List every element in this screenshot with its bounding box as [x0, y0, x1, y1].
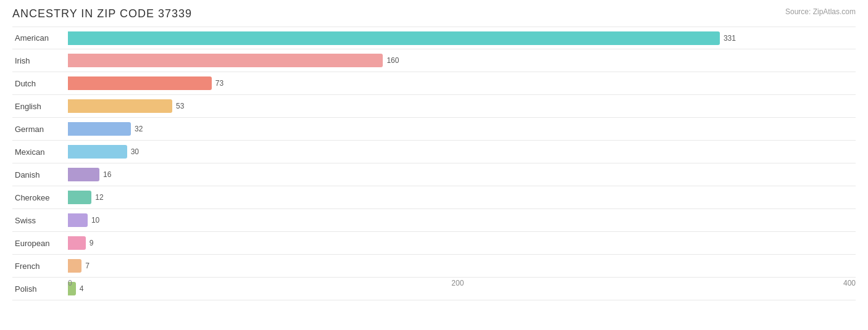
bar-fill	[68, 259, 81, 273]
bar-wrapper: 7	[68, 259, 856, 273]
bar-value-label: 160	[386, 56, 399, 65]
bar-wrapper: 53	[68, 99, 856, 113]
bar-label: Polish	[12, 284, 68, 294]
bar-row: Danish16	[12, 163, 856, 186]
bar-wrapper: 73	[68, 76, 856, 90]
bar-wrapper: 16	[68, 168, 856, 181]
bar-row: Dutch73	[12, 72, 856, 95]
bar-fill	[68, 145, 127, 159]
bar-wrapper: 32	[68, 122, 856, 136]
bar-label: European	[12, 239, 68, 248]
bar-row: Irish160	[12, 49, 856, 72]
bar-fill	[68, 236, 86, 250]
bar-fill	[68, 168, 99, 181]
bar-row: French7	[12, 255, 856, 278]
bar-label: Cherokee	[12, 193, 68, 202]
x-tick-label: 400	[843, 279, 856, 287]
bar-row: German32	[12, 118, 856, 141]
bar-row: European9	[12, 232, 856, 255]
bar-fill	[68, 122, 131, 136]
bar-label: American	[12, 33, 68, 43]
bar-fill	[68, 213, 88, 227]
bars-area: American331Irish160Dutch73English53Germa…	[12, 27, 856, 287]
bar-wrapper: 9	[68, 236, 856, 250]
bar-value-label: 12	[95, 193, 103, 202]
bar-fill	[68, 31, 720, 45]
bar-label: Swiss	[12, 216, 68, 225]
bar-value-label: 9	[90, 239, 94, 247]
bar-wrapper: 331	[68, 31, 856, 45]
bar-fill	[68, 76, 212, 90]
source-label: Source: ZipAtlas.com	[785, 7, 856, 16]
bar-value-label: 53	[176, 102, 184, 110]
bar-label: Mexican	[12, 147, 68, 157]
bar-fill	[68, 191, 91, 204]
x-axis: 0200400	[68, 279, 856, 287]
bar-row: Swiss10	[12, 209, 856, 232]
bar-label: Dutch	[12, 79, 68, 88]
bar-row: American331	[12, 27, 856, 49]
bar-row: English53	[12, 95, 856, 118]
bar-row: Cherokee12	[12, 186, 856, 209]
bar-value-label: 73	[215, 79, 223, 88]
bar-fill	[68, 99, 172, 113]
bar-label: Irish	[12, 56, 68, 65]
bar-value-label: 16	[103, 170, 111, 179]
bar-row: Mexican30	[12, 141, 856, 163]
chart-container: ANCESTRY IN ZIP CODE 37339 Source: ZipAt…	[0, 0, 868, 330]
bar-label: Danish	[12, 170, 68, 179]
bar-value-label: 10	[91, 216, 99, 225]
bar-fill	[68, 54, 383, 67]
bar-label: German	[12, 125, 68, 134]
bar-wrapper: 160	[68, 54, 856, 67]
chart-title: ANCESTRY IN ZIP CODE 37339	[12, 7, 856, 20]
bar-wrapper: 30	[68, 145, 856, 159]
bar-value-label: 32	[135, 125, 143, 133]
x-tick-label: 0	[68, 279, 72, 287]
bar-label: French	[12, 262, 68, 271]
bar-wrapper: 10	[68, 213, 856, 227]
bar-value-label: 30	[131, 147, 139, 156]
bar-value-label: 7	[85, 262, 90, 270]
bar-value-label: 331	[724, 34, 736, 43]
x-tick-label: 200	[451, 279, 464, 287]
bar-label: English	[12, 102, 68, 111]
bar-wrapper: 12	[68, 191, 856, 204]
